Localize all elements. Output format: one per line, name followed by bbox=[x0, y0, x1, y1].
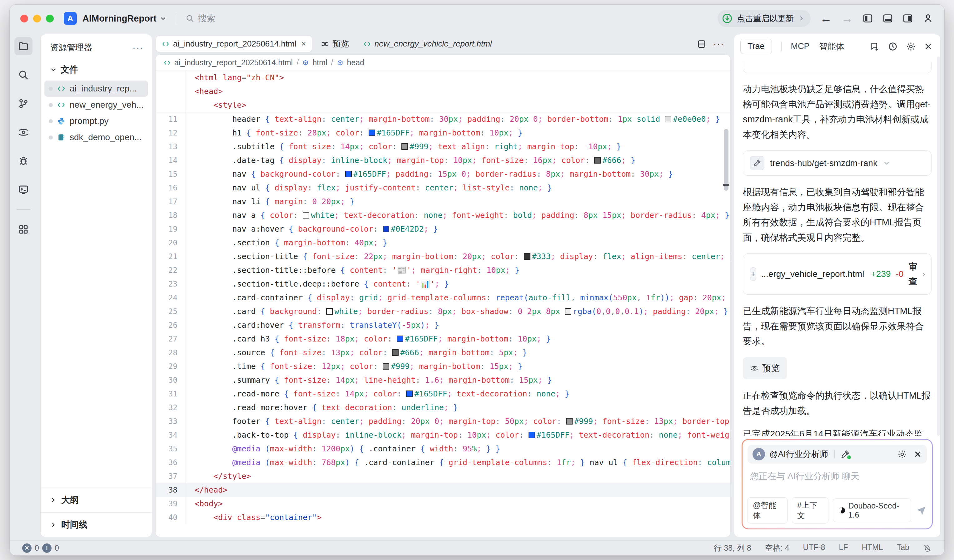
toggle-bottom-panel-icon[interactable] bbox=[882, 13, 893, 24]
code-line[interactable]: 25 .card { background: white; border-rad… bbox=[156, 305, 730, 318]
global-search[interactable]: 搜索 bbox=[186, 12, 215, 24]
context-picker-chip[interactable]: #上下文 bbox=[792, 497, 828, 523]
editor-more-actions-icon[interactable]: ··· bbox=[713, 39, 725, 49]
status-segment[interactable]: 空格: 4 bbox=[765, 543, 789, 553]
code-line[interactable]: 16 nav ul { display: flex; justify-conte… bbox=[156, 181, 730, 195]
toggle-left-panel-icon[interactable] bbox=[862, 13, 873, 24]
code-line[interactable]: 21 .section-title { font-size: 22px; mar… bbox=[156, 250, 730, 263]
code-line[interactable]: 18 nav a { color: white; text-decoration… bbox=[156, 208, 730, 222]
files-section-header[interactable]: 文件 bbox=[41, 59, 152, 81]
code-line[interactable]: 26 .card:hover { transform: translateY(-… bbox=[156, 318, 730, 332]
close-window-button[interactable] bbox=[20, 15, 28, 22]
tab-new-energy-vehicle-report[interactable]: new_energy_vehicle_report.html bbox=[358, 36, 497, 52]
window-controls[interactable] bbox=[20, 15, 54, 22]
account-icon[interactable] bbox=[923, 13, 934, 24]
breadcrumb[interactable]: ai_industry_report_20250614.html / html … bbox=[156, 54, 730, 71]
expand-icon[interactable]: + bbox=[750, 267, 756, 281]
source-control-activity-button[interactable] bbox=[14, 95, 33, 113]
minimize-window-button[interactable] bbox=[33, 15, 41, 22]
extensions-activity-button[interactable] bbox=[14, 220, 33, 238]
tab-preview[interactable]: 预览 bbox=[315, 35, 355, 53]
split-editor-icon[interactable] bbox=[697, 39, 706, 49]
status-segment[interactable]: UTF-8 bbox=[803, 543, 825, 553]
settings-gear-icon[interactable] bbox=[906, 42, 916, 51]
code-line[interactable]: 29 .time { font-size: 12px; color: #999;… bbox=[156, 359, 730, 373]
code-line[interactable]: 39<body> bbox=[156, 497, 730, 511]
file-change-card[interactable]: + ...ergy_vehicle_report.html +239 -0 审查… bbox=[743, 254, 932, 295]
notifications-muted-icon[interactable] bbox=[923, 544, 932, 552]
code-area[interactable]: <html lang="zh-CN"><head> <style> 11 hea… bbox=[156, 71, 730, 537]
preview-button[interactable]: 预览 bbox=[743, 357, 787, 379]
code-line[interactable]: 32 .read-more:hover { text-decoration: u… bbox=[156, 401, 730, 415]
code-line[interactable]: 40 <div class="container"> bbox=[156, 511, 730, 524]
new-chat-icon[interactable] bbox=[870, 42, 880, 51]
agent-mention[interactable]: @AI行业分析师 bbox=[769, 448, 828, 460]
code-line[interactable]: 12 h1 { font-size: 28px; color: #165DFF;… bbox=[156, 126, 730, 140]
code-line[interactable]: 20 .section { margin-bottom: 40px; } bbox=[156, 236, 730, 250]
file-item[interactable]: new_energy_veh... bbox=[44, 97, 148, 113]
code-line[interactable]: 28 .source { font-size: 13px; color: #66… bbox=[156, 346, 730, 359]
timeline-section-header[interactable]: 时间线 bbox=[41, 512, 152, 537]
chat-input-placeholder[interactable]: 您正在与 AI行业分析师 聊天 bbox=[748, 464, 927, 497]
code-line[interactable]: 35 @media (max-width: 1200px) { .contain… bbox=[156, 442, 730, 456]
review-button[interactable]: 审查 bbox=[909, 260, 917, 289]
code-line[interactable]: 37 </style> bbox=[156, 470, 730, 483]
tab-mcp[interactable]: MCP bbox=[791, 42, 810, 51]
send-button[interactable] bbox=[916, 505, 927, 516]
code-line[interactable]: 19 nav a:hover { background-color: #0E42… bbox=[156, 222, 730, 236]
tab-trae[interactable]: Trae bbox=[740, 39, 772, 54]
sticky-scroll[interactable]: <html lang="zh-CN"><head> <style> bbox=[156, 71, 730, 112]
breadcrumb-head[interactable]: head bbox=[347, 58, 365, 67]
tools-status-icon[interactable] bbox=[841, 450, 850, 459]
code-line[interactable]: 30 .summary { font-size: 14px; line-heig… bbox=[156, 373, 730, 387]
status-segment[interactable]: 行 38, 列 8 bbox=[714, 543, 751, 553]
model-picker-chip[interactable]: Doubao-Seed-1.6 bbox=[833, 498, 911, 522]
remove-agent-icon[interactable] bbox=[914, 450, 922, 458]
breadcrumb-file[interactable]: ai_industry_report_20250614.html bbox=[174, 58, 293, 67]
code-line[interactable]: 23 .section-title.deep::before { content… bbox=[156, 277, 730, 291]
assistant-conversation[interactable]: 动力电池板块仍缺乏足够信息，什么值得买热榜可能包含电池产品评测或消费趋势。调用g… bbox=[734, 56, 940, 436]
status-segment[interactable]: LF bbox=[839, 543, 848, 553]
explorer-activity-button[interactable] bbox=[14, 37, 33, 55]
chat-settings-gear-icon[interactable] bbox=[898, 450, 907, 459]
problems-indicator[interactable]: ✕ 0 ! 0 bbox=[22, 543, 59, 553]
code-line[interactable]: 33 footer { text-align: center; padding:… bbox=[156, 415, 730, 428]
tool-call-card[interactable]: trends-hub/get-smzdm-rank bbox=[743, 151, 932, 176]
code-line[interactable]: <html lang="zh-CN"> bbox=[156, 71, 730, 85]
code-line[interactable]: <style> bbox=[156, 98, 730, 112]
terminal-activity-button[interactable] bbox=[14, 181, 33, 199]
toggle-right-panel-icon[interactable] bbox=[903, 13, 913, 24]
zoom-window-button[interactable] bbox=[46, 15, 54, 22]
restart-to-update-button[interactable]: 点击重启以更新 bbox=[717, 10, 811, 27]
preview-activity-button[interactable] bbox=[14, 123, 33, 142]
breadcrumb-html[interactable]: html bbox=[312, 58, 327, 67]
code-line[interactable]: 38</head> bbox=[156, 483, 730, 497]
status-segment[interactable]: Tab bbox=[897, 543, 909, 553]
code-line[interactable]: 24 .card-container { display: grid; grid… bbox=[156, 291, 730, 305]
debug-activity-button[interactable] bbox=[14, 152, 33, 170]
code-line[interactable]: 14 .date-tag { display: inline-block; ma… bbox=[156, 154, 730, 167]
explorer-more-button[interactable]: ··· bbox=[132, 42, 144, 53]
code-line[interactable]: 31 .read-more { font-size: 14px; color: … bbox=[156, 387, 730, 401]
code-line[interactable]: 34 .back-to-top { display: inline-block;… bbox=[156, 428, 730, 442]
status-segment[interactable]: HTML bbox=[862, 543, 883, 553]
agent-picker-chip[interactable]: @智能体 bbox=[748, 497, 787, 523]
file-item[interactable]: prompt.py bbox=[44, 113, 148, 129]
code-line[interactable]: 13 .subtitle { font-size: 14px; color: #… bbox=[156, 140, 730, 154]
forward-button[interactable]: → bbox=[841, 12, 853, 24]
close-panel-icon[interactable] bbox=[924, 42, 933, 51]
code-line[interactable]: 27 .card h3 { font-size: 18px; color: #1… bbox=[156, 332, 730, 346]
code-line[interactable]: 17 nav li { margin: 0 20px; } bbox=[156, 195, 730, 208]
code-line[interactable]: 36 @media (max-width: 768px) { .card-con… bbox=[156, 456, 730, 470]
editor-scrollbar[interactable] bbox=[724, 129, 728, 191]
code-line[interactable]: <head> bbox=[156, 85, 730, 98]
chat-input-box[interactable]: A @AI行业分析师 您正在与 AI行业分析师 聊天 bbox=[742, 439, 933, 529]
code-line[interactable]: 11 header { text-align: center; margin-b… bbox=[156, 112, 730, 126]
back-button[interactable]: ← bbox=[820, 12, 832, 24]
code-line[interactable]: 15 nav { background-color: #165DFF; padd… bbox=[156, 167, 730, 181]
outline-section-header[interactable]: 大纲 bbox=[41, 488, 152, 512]
chevron-down-icon[interactable] bbox=[883, 160, 890, 166]
close-tab-icon[interactable]: × bbox=[301, 39, 306, 49]
code-lines[interactable]: 11 header { text-align: center; margin-b… bbox=[156, 112, 730, 524]
project-name-menu[interactable]: AIMorningReport bbox=[83, 13, 167, 24]
